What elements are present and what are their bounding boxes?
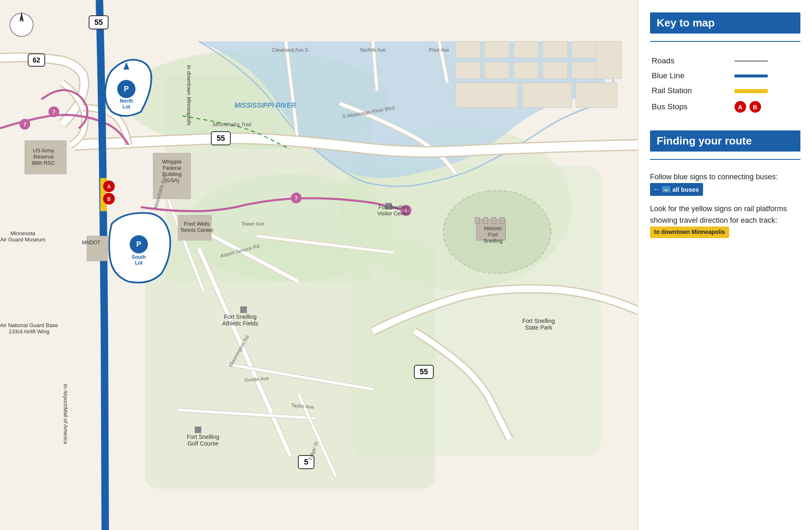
- blue-sign-badge: ← 🚌 all buses: [650, 183, 703, 196]
- route-divider: [650, 159, 800, 160]
- svg-text:88th RSC: 88th RSC: [32, 160, 55, 166]
- svg-text:Air Guard Museum: Air Guard Museum: [0, 236, 45, 243]
- svg-text:P: P: [136, 240, 141, 248]
- svg-text:Fort Snelling: Fort Snelling: [379, 204, 409, 210]
- bus-stop-a-icon: A: [735, 101, 746, 113]
- svg-text:Fred Wells: Fred Wells: [184, 221, 210, 227]
- svg-text:Golf Course: Golf Course: [188, 440, 219, 447]
- key-table: Roads Blue Line Rail Station Bus Stops A…: [650, 53, 800, 116]
- svg-text:Snelling: Snelling: [483, 238, 503, 244]
- svg-rect-75: [500, 217, 504, 224]
- svg-text:Minnesota: Minnesota: [10, 230, 36, 236]
- svg-text:Whipple: Whipple: [162, 159, 182, 165]
- svg-rect-58: [543, 62, 568, 79]
- blue-badge-text: all buses: [672, 185, 699, 194]
- svg-rect-50: [456, 41, 481, 58]
- svg-text:62: 62: [33, 57, 40, 64]
- svg-text:to Airport/Mall of America: to Airport/Mall of America: [63, 384, 69, 444]
- svg-text:Minnehaha Trail: Minnehaha Trail: [213, 121, 251, 128]
- key-row-blue-line: Blue Line: [650, 68, 800, 83]
- key-row-bus-stops: Bus Stops A B: [650, 98, 800, 116]
- svg-text:North: North: [120, 98, 133, 104]
- svg-text:Air National Guard Base: Air National Guard Base: [0, 322, 58, 328]
- svg-rect-55: [456, 62, 481, 79]
- svg-text:7: 7: [295, 195, 298, 201]
- svg-rect-70: [195, 426, 201, 433]
- svg-text:Historic: Historic: [484, 225, 502, 231]
- svg-rect-61: [456, 83, 518, 108]
- svg-text:A: A: [107, 184, 111, 190]
- svg-rect-74: [492, 217, 496, 224]
- svg-text:Cleveland Ave S: Cleveland Ave S: [272, 47, 308, 53]
- svg-text:State Park: State Park: [525, 324, 552, 331]
- svg-text:Prior Ave: Prior Ave: [429, 47, 450, 53]
- svg-rect-60: [597, 41, 621, 79]
- svg-rect-56: [485, 62, 510, 79]
- svg-text:Fort Snelling: Fort Snelling: [224, 313, 257, 320]
- svg-text:Fort Snelling: Fort Snelling: [522, 318, 555, 324]
- svg-text:to downtown Minneapolis: to downtown Minneapolis: [186, 65, 192, 125]
- svg-rect-69: [240, 306, 247, 313]
- svg-rect-57: [514, 62, 539, 79]
- svg-text:Norfolk Ave: Norfolk Ave: [360, 47, 385, 53]
- key-label-blue-line: Blue Line: [650, 68, 733, 83]
- svg-text:Lot: Lot: [135, 260, 143, 266]
- key-label-rail-station: Rail Station: [650, 83, 733, 98]
- key-symbol-roads: [733, 53, 800, 68]
- route-text-1: Follow blue signs to connecting buses: ←…: [650, 171, 800, 196]
- svg-rect-63: [576, 83, 617, 108]
- svg-text:P: P: [124, 85, 129, 93]
- key-divider: [650, 41, 800, 42]
- svg-rect-59: [572, 62, 597, 79]
- svg-text:55: 55: [94, 18, 103, 26]
- svg-text:Federal: Federal: [163, 165, 181, 171]
- svg-text:Building: Building: [162, 171, 181, 177]
- svg-rect-53: [543, 41, 568, 58]
- yellow-badge-text: to downtown Minneapolis: [654, 228, 725, 237]
- svg-text:133rd Airlift Wing: 133rd Airlift Wing: [9, 328, 49, 335]
- svg-text:Visitor Center: Visitor Center: [377, 210, 410, 217]
- svg-text:B: B: [107, 196, 111, 202]
- route-text-2: Look for the yellow signs on rail platfo…: [650, 203, 800, 238]
- yellow-sign-badge: to downtown Minneapolis: [650, 226, 729, 238]
- map-area: 7 7 7 7 A B P North Lot P South Lot: [0, 0, 638, 530]
- svg-rect-52: [514, 41, 539, 58]
- key-symbol-blue-line: [733, 68, 800, 83]
- svg-text:Lot: Lot: [123, 104, 130, 110]
- svg-text:7: 7: [53, 109, 56, 115]
- route-header: Finding your route: [650, 130, 800, 152]
- svg-text:Tower Ave: Tower Ave: [241, 221, 264, 227]
- key-label-roads: Roads: [650, 53, 733, 68]
- key-label-bus-stops: Bus Stops: [650, 98, 733, 116]
- bus-icon: 🚌: [662, 186, 670, 193]
- sidebar: Key to map Roads Blue Line Rail Station …: [638, 0, 812, 530]
- svg-rect-54: [572, 41, 597, 58]
- svg-text:Fort: Fort: [488, 231, 498, 238]
- key-symbol-bus-stops: A B: [733, 98, 800, 116]
- svg-text:MNDOT: MNDOT: [82, 240, 101, 246]
- key-row-roads: Roads: [650, 53, 800, 68]
- svg-text:Reserve: Reserve: [34, 154, 53, 160]
- svg-text:MISSISSIPPI RIVER: MISSISSIPPI RIVER: [234, 102, 296, 109]
- svg-text:Fort Snelling: Fort Snelling: [187, 434, 220, 440]
- svg-text:US Army: US Army: [33, 147, 54, 154]
- svg-text:Athletic Fields: Athletic Fields: [222, 320, 258, 327]
- svg-text:55: 55: [420, 368, 428, 376]
- key-header: Key to map: [650, 12, 800, 34]
- key-symbol-rail-station: [733, 83, 800, 98]
- key-row-rail-station: Rail Station: [650, 83, 800, 98]
- svg-rect-62: [522, 83, 572, 108]
- blue-badge-arrow: ←: [653, 184, 660, 195]
- svg-text:(GSA): (GSA): [164, 177, 179, 183]
- svg-text:7: 7: [24, 122, 27, 128]
- svg-text:Tennis Center: Tennis Center: [180, 227, 214, 233]
- svg-rect-73: [483, 217, 488, 224]
- svg-text:55: 55: [217, 134, 225, 142]
- svg-rect-51: [485, 41, 510, 58]
- bus-stop-b-icon: B: [749, 101, 761, 113]
- svg-rect-72: [475, 217, 479, 224]
- svg-text:South: South: [132, 254, 146, 260]
